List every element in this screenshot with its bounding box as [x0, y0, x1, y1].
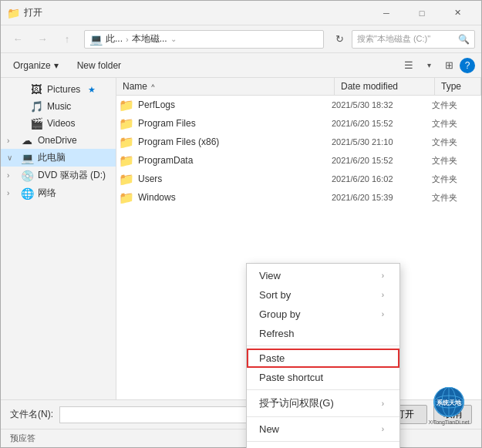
file-name-2: Program Files (x86): [138, 136, 332, 147]
expander-dvd: ›: [7, 171, 16, 180]
file-date-0: 2021/5/30 18:32: [332, 100, 432, 109]
view-arrow-button[interactable]: ▾: [420, 56, 438, 75]
ctx-group-arrow: ›: [382, 310, 384, 318]
table-row[interactable]: 📁 ProgramData 2021/6/20 15:52 文件夹: [116, 151, 481, 170]
sidebar-item-thispc[interactable]: ∨ 💻 此电脑: [1, 149, 116, 167]
file-type-4: 文件夹: [432, 173, 478, 185]
file-type-3: 文件夹: [432, 155, 478, 167]
file-date-5: 2021/6/20 15:39: [332, 193, 432, 202]
ctx-separator-4: [247, 441, 399, 442]
close-button[interactable]: ✕: [440, 1, 475, 25]
refresh-button[interactable]: ↻: [330, 30, 349, 49]
sidebar-label-thispc: 此电脑: [38, 151, 66, 164]
ctx-new-arrow: ›: [382, 425, 384, 433]
file-name-0: PerfLogs: [138, 99, 332, 110]
ctx-item-sort-by[interactable]: Sort by ›: [247, 285, 399, 305]
forward-button[interactable]: →: [32, 29, 53, 50]
pictures-icon: 🖼: [30, 83, 42, 96]
ctx-view-arrow: ›: [382, 271, 384, 280]
organize-button[interactable]: Organize ▾: [7, 58, 65, 73]
table-row[interactable]: 📁 Program Files 2021/6/20 15:52 文件夹: [116, 114, 481, 133]
ctx-item-paste[interactable]: Paste: [247, 349, 399, 368]
back-button[interactable]: ←: [7, 29, 29, 50]
sort-arrow: ^: [151, 83, 154, 91]
minimize-button[interactable]: ─: [369, 1, 404, 25]
file-type-0: 文件夹: [432, 99, 478, 111]
folder-icon-0: 📁: [120, 98, 133, 112]
sidebar-item-music[interactable]: 🎵 Music: [1, 98, 116, 115]
footer-text: 预应答: [10, 433, 35, 444]
table-row[interactable]: 📁 Users 2021/6/20 16:02 文件夹: [116, 170, 481, 188]
col-header-type[interactable]: Type: [435, 78, 481, 95]
ctx-separator-3: [247, 416, 399, 417]
file-name-4: Users: [138, 173, 332, 184]
new-folder-label: New folder: [77, 60, 121, 71]
ctx-access-arrow: ›: [382, 399, 384, 408]
file-date-2: 2021/5/30 21:10: [332, 137, 432, 147]
address-bar[interactable]: 💻 此... › 本地磁... ⌄: [84, 30, 324, 49]
ctx-paste-label: Paste: [259, 352, 285, 364]
ctx-item-properties[interactable]: Properties: [247, 444, 399, 448]
ctx-item-group-by[interactable]: Group by ›: [247, 305, 399, 324]
sidebar-item-onedrive[interactable]: › ☁ OneDrive: [1, 132, 116, 149]
table-row[interactable]: 📁 PerfLogs 2021/5/30 18:32 文件夹: [116, 96, 481, 114]
sidebar: 🖼 Pictures ★ 🎵 Music 🎬 Videos › ☁ OneDri…: [1, 78, 116, 399]
file-date-3: 2021/6/20 15:52: [332, 156, 432, 165]
bottom-bar: 文件名(N): 打开 取消: [1, 399, 481, 429]
sidebar-label-onedrive: OneDrive: [38, 135, 77, 146]
file-type-1: 文件夹: [432, 118, 478, 130]
sidebar-item-dvd[interactable]: › 💿 DVD 驱动器 (D:): [1, 167, 116, 184]
organize-toolbar: Organize ▾ New folder ☰ ▾ ⊞ ?: [1, 53, 481, 78]
table-row[interactable]: 📁 Windows 2021/6/20 15:39 文件夹: [116, 188, 481, 207]
ctx-group-label: Group by: [259, 308, 300, 320]
ctx-sort-label: Sort by: [259, 289, 291, 301]
ctx-item-access[interactable]: 授予访问权限(G) ›: [247, 392, 399, 414]
up-button[interactable]: ↑: [56, 29, 78, 50]
address-toolbar: ← → ↑ 💻 此... › 本地磁... ⌄ ↻ 搜索"本地磁盘 (C:)" …: [1, 25, 481, 53]
music-icon: 🎵: [30, 100, 42, 113]
col-header-name[interactable]: Name ^: [116, 78, 335, 95]
view-mode-button[interactable]: ☰: [399, 56, 418, 75]
file-date-1: 2021/6/20 15:52: [332, 119, 432, 128]
col-header-date[interactable]: Date modified: [335, 78, 435, 95]
file-name-3: ProgramData: [138, 155, 332, 166]
sidebar-item-pictures[interactable]: 🖼 Pictures ★: [1, 81, 116, 98]
expander-onedrive: ›: [7, 136, 16, 145]
watermark-globe: 系统天地: [433, 387, 464, 417]
ctx-separator-1: [247, 345, 399, 346]
file-date-4: 2021/6/20 16:02: [332, 174, 432, 184]
folder-icon-2: 📁: [120, 135, 133, 149]
ctx-view-label: View: [259, 270, 281, 281]
sidebar-label-videos: Videos: [47, 118, 75, 129]
pane-button[interactable]: ⊞: [440, 56, 458, 75]
search-bar[interactable]: 搜索"本地磁盘 (C:)" 🔍: [352, 30, 475, 49]
svg-text:系统天地: 系统天地: [436, 399, 462, 406]
ctx-item-paste-shortcut[interactable]: Paste shortcut: [247, 368, 399, 387]
col-date-label: Date modified: [341, 81, 398, 92]
window-icon: 📁: [7, 7, 19, 19]
sidebar-label-dvd: DVD 驱动器 (D:): [38, 169, 106, 182]
ctx-item-view[interactable]: View ›: [247, 266, 399, 285]
main-content: 🖼 Pictures ★ 🎵 Music 🎬 Videos › ☁ OneDri…: [1, 78, 481, 399]
help-button[interactable]: ?: [460, 58, 475, 73]
new-folder-button[interactable]: New folder: [71, 58, 127, 73]
ctx-item-refresh[interactable]: Refresh: [247, 324, 399, 343]
view-controls: ☰ ▾ ⊞ ?: [399, 56, 475, 75]
window: 📁 打开 ─ □ ✕ ← → ↑ 💻 此... › 本地磁... ⌄ ↻ 搜索"…: [0, 0, 482, 448]
table-row[interactable]: 📁 Program Files (x86) 2021/5/30 21:10 文件…: [116, 133, 481, 151]
pin-icon: ★: [88, 85, 96, 95]
window-title: 打开: [24, 6, 369, 19]
titlebar-controls: ─ □ ✕: [369, 1, 475, 25]
ctx-separator-2: [247, 389, 399, 390]
sidebar-item-videos[interactable]: 🎬 Videos: [1, 115, 116, 132]
ctx-item-new[interactable]: New ›: [247, 419, 399, 439]
network-icon: 🌐: [21, 187, 33, 200]
ctx-new-label: New: [259, 423, 279, 435]
folder-icon-1: 📁: [120, 116, 133, 130]
expander-thispc: ∨: [7, 153, 16, 162]
sidebar-item-network[interactable]: › 🌐 网络: [1, 184, 116, 202]
watermark: 系统天地 XiTongTianDi.net: [421, 387, 477, 426]
organize-arrow: ▾: [54, 60, 59, 71]
maximize-button[interactable]: □: [404, 1, 440, 25]
folder-icon-3: 📁: [120, 153, 133, 167]
